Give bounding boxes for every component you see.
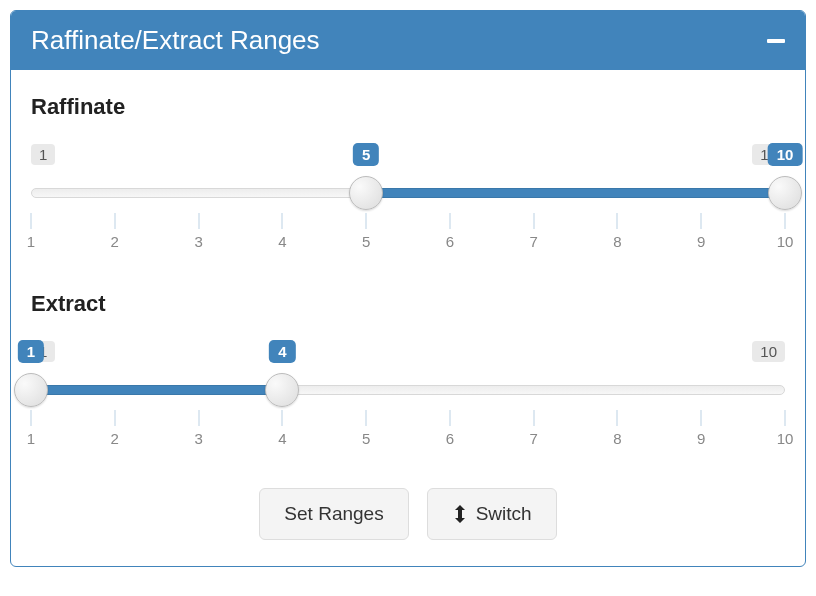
raffinate-slider[interactable]: 5 10 xyxy=(31,175,785,211)
raffinate-low-value: 5 xyxy=(353,143,379,166)
extract-slider-container: 1 10 1 4 12345678910 xyxy=(31,341,785,452)
tick-label: 5 xyxy=(362,430,370,447)
switch-button[interactable]: Switch xyxy=(427,488,557,540)
raffinate-bounds: 1 10 xyxy=(31,144,785,165)
panel-title: Raffinate/Extract Ranges xyxy=(31,25,320,56)
tick-mark xyxy=(701,410,702,426)
tick-mark xyxy=(617,410,618,426)
actions-row: Set Ranges Switch xyxy=(31,488,785,540)
tick-label: 1 xyxy=(27,233,35,250)
tick-mark xyxy=(533,410,534,426)
tick-mark xyxy=(114,213,115,229)
tick-label: 2 xyxy=(111,430,119,447)
extract-high-handle[interactable] xyxy=(265,373,299,407)
tick-label: 5 xyxy=(362,233,370,250)
tick-label: 6 xyxy=(446,430,454,447)
panel-body: Raffinate 1 10 5 10 12345678910 Extract … xyxy=(11,70,805,566)
tick-label: 7 xyxy=(529,430,537,447)
tick-mark xyxy=(31,213,32,229)
tick-mark xyxy=(282,410,283,426)
tick-mark xyxy=(198,410,199,426)
tick-mark xyxy=(366,213,367,229)
raffinate-slider-container: 1 10 5 10 12345678910 xyxy=(31,144,785,255)
raffinate-label: Raffinate xyxy=(31,94,785,120)
tick-mark xyxy=(701,213,702,229)
tick-mark xyxy=(449,410,450,426)
tick-label: 3 xyxy=(194,233,202,250)
extract-label: Extract xyxy=(31,291,785,317)
raffinate-min-bound: 1 xyxy=(31,144,55,165)
extract-track-fill xyxy=(31,385,282,395)
tick-label: 1 xyxy=(27,430,35,447)
panel-header: Raffinate/Extract Ranges xyxy=(11,11,805,70)
switch-label: Switch xyxy=(476,503,532,525)
tick-mark xyxy=(114,410,115,426)
raffinate-track-fill xyxy=(366,188,785,198)
ranges-panel: Raffinate/Extract Ranges Raffinate 1 10 … xyxy=(10,10,806,567)
raffinate-low-handle[interactable] xyxy=(349,176,383,210)
tick-mark xyxy=(449,213,450,229)
extract-high-value: 4 xyxy=(269,340,295,363)
tick-label: 9 xyxy=(697,430,705,447)
tick-label: 4 xyxy=(278,233,286,250)
tick-mark xyxy=(31,410,32,426)
raffinate-high-value: 10 xyxy=(768,143,803,166)
tick-label: 8 xyxy=(613,233,621,250)
tick-label: 9 xyxy=(697,233,705,250)
set-ranges-label: Set Ranges xyxy=(284,503,383,525)
tick-mark xyxy=(785,410,786,426)
set-ranges-button[interactable]: Set Ranges xyxy=(259,488,408,540)
raffinate-high-handle[interactable] xyxy=(768,176,802,210)
extract-bounds: 1 10 xyxy=(31,341,785,362)
extract-low-value: 1 xyxy=(18,340,44,363)
extract-slider[interactable]: 1 4 xyxy=(31,372,785,408)
minus-icon[interactable] xyxy=(767,39,785,43)
tick-label: 6 xyxy=(446,233,454,250)
extract-max-bound: 10 xyxy=(752,341,785,362)
tick-mark xyxy=(366,410,367,426)
tick-label: 10 xyxy=(777,430,794,447)
tick-label: 7 xyxy=(529,233,537,250)
extract-ticks: 12345678910 xyxy=(31,410,785,452)
tick-label: 3 xyxy=(194,430,202,447)
raffinate-ticks: 12345678910 xyxy=(31,213,785,255)
tick-mark xyxy=(785,213,786,229)
tick-mark xyxy=(282,213,283,229)
tick-label: 10 xyxy=(777,233,794,250)
tick-label: 2 xyxy=(111,233,119,250)
extract-low-handle[interactable] xyxy=(14,373,48,407)
tick-mark xyxy=(198,213,199,229)
tick-label: 8 xyxy=(613,430,621,447)
tick-label: 4 xyxy=(278,430,286,447)
tick-mark xyxy=(617,213,618,229)
tick-mark xyxy=(533,213,534,229)
swap-vertical-icon xyxy=(452,504,468,524)
